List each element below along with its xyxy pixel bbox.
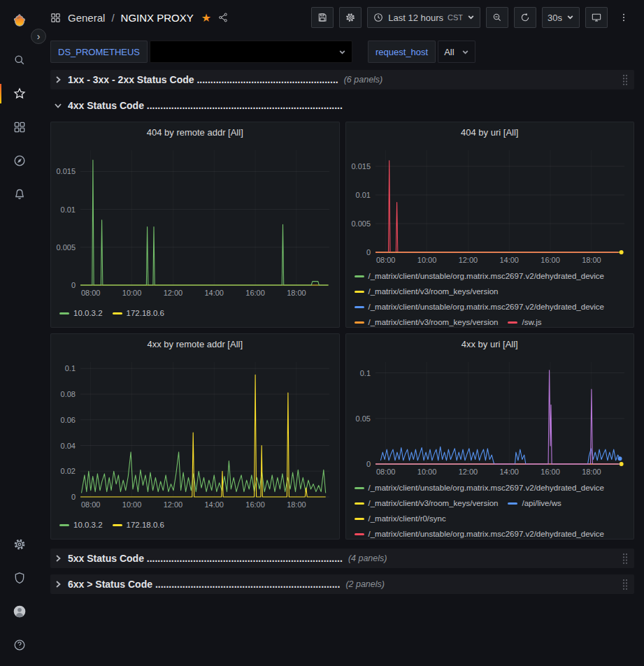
chart-404-by-remote-addr[interactable]: 00.0050.010.01508:0010:0012:0014:0016:00… [51,142,339,299]
variable-datasource: DS_PROMETHEUS [50,41,352,63]
svg-text:14:00: 14:00 [204,500,224,509]
legend-row: /_matrix/client/r0/sync [355,512,627,526]
legend-row: /_matrix/client/v3/room_keys/version/api… [355,496,627,510]
legend-item[interactable]: /_matrix/client/v3/room_keys/version [355,499,499,507]
gear-icon [13,537,27,551]
svg-text:08:00: 08:00 [81,289,101,297]
refresh-button[interactable] [514,7,536,28]
breadcrumb-folder[interactable]: General [68,12,105,24]
chevron-down-icon [54,101,62,110]
chart-404-by-uri[interactable]: 00.0050.010.01508:0010:0012:0014:0016:00… [346,142,634,266]
panel-title[interactable]: 4xx by uri [All] [346,334,634,354]
legend-label: 172.18.0.6 [127,309,164,317]
sidebar-item-help[interactable] [0,631,38,659]
legend-label: 172.18.0.6 [127,521,164,529]
panels-grid: 404 by remote addr [All] 00.0050.010.015… [50,122,634,540]
drag-handle-icon[interactable] [622,579,629,591]
svg-text:0.1: 0.1 [65,364,76,372]
svg-text:10:00: 10:00 [122,500,142,509]
sidebar-item-explore[interactable] [0,147,38,175]
sidebar-expand-button[interactable]: › [31,29,46,44]
dashboard-title: NGINX PROXY [121,12,194,24]
legend-swatch [355,321,364,324]
monitor-icon [591,12,602,23]
row-4xx-status-code[interactable]: 4xx Status Code ........................… [50,96,634,115]
row-5xx-status-code[interactable]: 5xx Status Code ........................… [50,549,634,568]
chart-4xx-by-remote-addr[interactable]: 00.020.040.060.080.108:0010:0012:0014:00… [51,354,339,511]
chevron-right-icon [54,75,62,84]
avatar [13,605,27,618]
clock-icon [373,12,384,23]
legend-item[interactable]: /_matrix/client/v3/room_keys/version [355,287,499,296]
legend-label: /_matrix/client/r0/sync [368,514,446,523]
chevron-down-icon [566,13,574,23]
legend-item[interactable]: /_matrix/client/v3/room_keys/version [355,318,499,326]
legend-row: /_matrix/client/unstable/org.matrix.msc2… [355,481,627,495]
variable-select-request-host[interactable]: All [438,41,475,63]
drag-handle-icon[interactable] [622,553,629,565]
legend-label: /_matrix/client/unstable/org.matrix.msc2… [368,484,605,492]
dashboard-settings-button[interactable] [339,7,362,28]
legend-item[interactable]: /_matrix/client/unstable/org.matrix.msc2… [355,303,605,311]
chart-legend: 10.0.3.2172.18.0.6 [51,299,339,327]
drag-handle-icon[interactable] [622,74,629,86]
favorite-star-icon[interactable]: ★ [201,11,211,24]
time-range-picker[interactable]: Last 12 hours CST [367,7,480,28]
legend-item[interactable]: /_matrix/client/unstable/org.matrix.msc2… [355,530,605,538]
grafana-app: › General / NGINX PROXY ★ [0,0,644,666]
svg-text:0.04: 0.04 [61,442,76,450]
row-6xx-status-code[interactable]: 6xx > Status Code ......................… [50,574,634,594]
legend-label: /api/live/ws [522,499,561,507]
panel-title[interactable]: 4xx by remote addr [All] [51,334,339,354]
kebab-menu-button[interactable] [613,7,634,28]
svg-text:08:00: 08:00 [81,500,101,509]
dashboards-breadcrumb-icon[interactable] [50,12,62,24]
legend-item[interactable]: 10.0.3.2 [59,521,103,529]
grafana-logo[interactable] [0,8,38,32]
sidebar-item-profile[interactable] [0,598,38,625]
legend-item[interactable]: /sw.js [508,318,541,326]
variable-select-datasource[interactable] [150,41,352,63]
legend-item[interactable]: /_matrix/client/unstable/org.matrix.msc2… [355,484,605,492]
zoom-out-button[interactable] [486,7,508,28]
panel-title[interactable]: 404 by remote addr [All] [51,122,339,142]
search-icon [13,53,27,67]
gear-icon [345,12,356,23]
legend-swatch [508,321,517,324]
sidebar-item-alerting[interactable] [0,180,38,208]
chevron-down-icon [338,48,346,56]
svg-text:0.1: 0.1 [359,369,370,377]
row-1xx-3xx-2xx-status-code[interactable]: 1xx - 3xx - 2xx Status Code ............… [50,70,634,89]
bell-icon [13,187,27,201]
panel-title[interactable]: 404 by uri [All] [346,122,634,142]
apps-grid-icon [13,120,27,134]
legend-item[interactable]: 10.0.3.2 [59,309,103,317]
refresh-interval-picker[interactable]: 30s [542,7,580,28]
svg-text:0.01: 0.01 [355,191,370,199]
legend-item[interactable]: /api/live/ws [508,499,561,507]
sidebar-item-starred[interactable] [0,80,38,108]
chart-4xx-by-uri[interactable]: 00.050.108:0010:0012:0014:0016:0018:00 [346,354,634,478]
legend-item[interactable]: /_matrix/client/r0/sync [355,514,446,523]
tv-mode-button[interactable] [585,7,608,28]
svg-text:0: 0 [71,493,76,501]
legend-item[interactable]: /_matrix/client/unstable/org.matrix.msc2… [355,272,605,280]
legend-item[interactable]: 172.18.0.6 [113,521,164,529]
row-panel-count: (4 panels) [348,553,387,563]
row-title: 5xx Status Code ........................… [68,553,343,564]
share-icon[interactable] [217,12,229,23]
svg-text:14:00: 14:00 [499,256,519,264]
sidebar-item-configuration[interactable] [0,530,38,558]
dashboard-canvas: 1xx - 3xx - 2xx Status Code ............… [38,67,644,666]
sidebar-item-search[interactable] [0,46,38,74]
sidebar-item-dashboards[interactable] [0,113,38,141]
save-dashboard-button[interactable] [311,7,334,28]
variable-value-request-host: All [444,47,454,57]
chevron-down-icon [461,48,469,56]
sidebar [0,0,38,666]
chevron-down-icon [467,13,475,23]
legend-item[interactable]: 172.18.0.6 [113,309,164,317]
legend-swatch [59,312,69,314]
chart-legend: /_matrix/client/unstable/org.matrix.msc2… [346,266,634,327]
sidebar-item-server-admin[interactable] [0,564,38,592]
